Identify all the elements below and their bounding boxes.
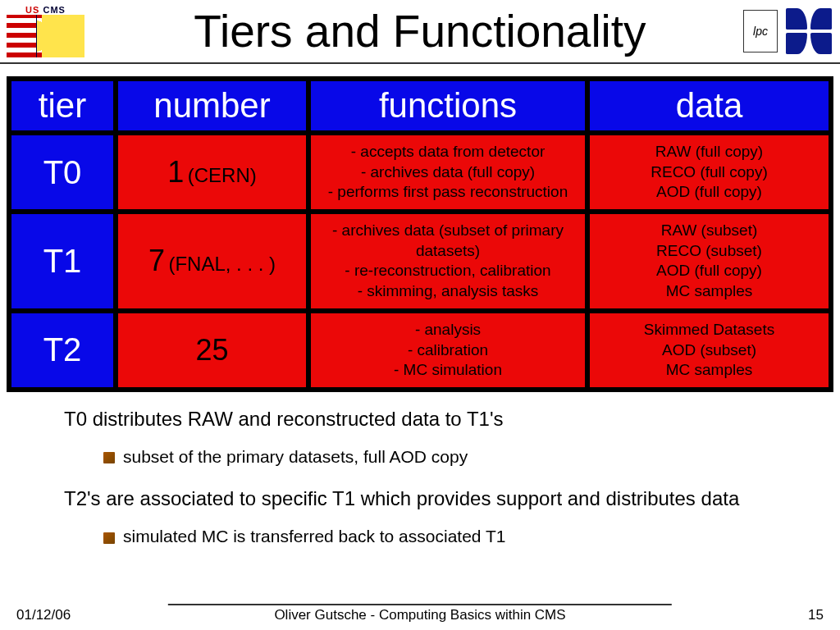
number-cell: 1 (CERN)	[116, 133, 308, 212]
data-cell: RAW (full copy) RECO (full copy) AOD (fu…	[587, 133, 831, 212]
tiers-table: tier number functions data T0 1 (CERN) -…	[7, 76, 833, 392]
data-cell: Skimmed Datasets AOD (subset) MC samples	[587, 311, 831, 390]
tier-cell: T1	[9, 212, 116, 311]
th-number: number	[116, 79, 308, 133]
table-row: T2 25 - analysis - calibration - MC simu…	[9, 311, 831, 390]
tier-cell: T0	[9, 133, 116, 212]
functions-cell: - archives data (subset of primary datas…	[308, 212, 587, 311]
tier-cell: T2	[9, 311, 116, 390]
bullet-icon	[103, 452, 115, 463]
functions-cell: - accepts data from detector - archives …	[308, 133, 587, 212]
lpc-logo: lpc	[743, 10, 778, 52]
right-logos: lpc	[743, 7, 833, 56]
list-sub-item: subset of the primary datasets, full AOD…	[64, 444, 792, 470]
th-functions: functions	[308, 79, 587, 133]
table-row: T1 7 (FNAL, . . . ) - archives data (sub…	[9, 212, 831, 311]
number-cell: 7 (FNAL, . . . )	[116, 212, 308, 311]
footer-author: Oliver Gutsche - Computing Basics within…	[168, 604, 672, 623]
fermilab-logo	[784, 7, 833, 56]
th-data: data	[587, 79, 831, 133]
bullet-icon	[103, 532, 115, 544]
th-tier: tier	[9, 79, 116, 133]
slide-title: Tiers and Functionality	[97, 5, 743, 57]
bullet-list: T0 distributes RAW and reconstructed dat…	[7, 392, 833, 550]
list-item: T2's are associated to specific T1 which…	[64, 484, 792, 514]
data-cell: RAW (subset) RECO (subset) AOD (full cop…	[587, 212, 831, 311]
slide-footer: 01/12/06 Oliver Gutsche - Computing Basi…	[0, 607, 840, 623]
footer-page: 15	[808, 607, 824, 623]
footer-date: 01/12/06	[16, 607, 71, 623]
list-item: T0 distributes RAW and reconstructed dat…	[64, 404, 792, 434]
functions-cell: - analysis - calibration - MC simulation	[308, 311, 587, 390]
uscms-logo: US CMS	[7, 5, 84, 57]
number-cell: 25	[116, 311, 308, 390]
table-row: T0 1 (CERN) - accepts data from detector…	[9, 133, 831, 212]
list-sub-item: simulated MC is transferred back to asso…	[64, 523, 792, 550]
slide-header: US CMS Tiers and Functionality lpc	[0, 0, 840, 64]
